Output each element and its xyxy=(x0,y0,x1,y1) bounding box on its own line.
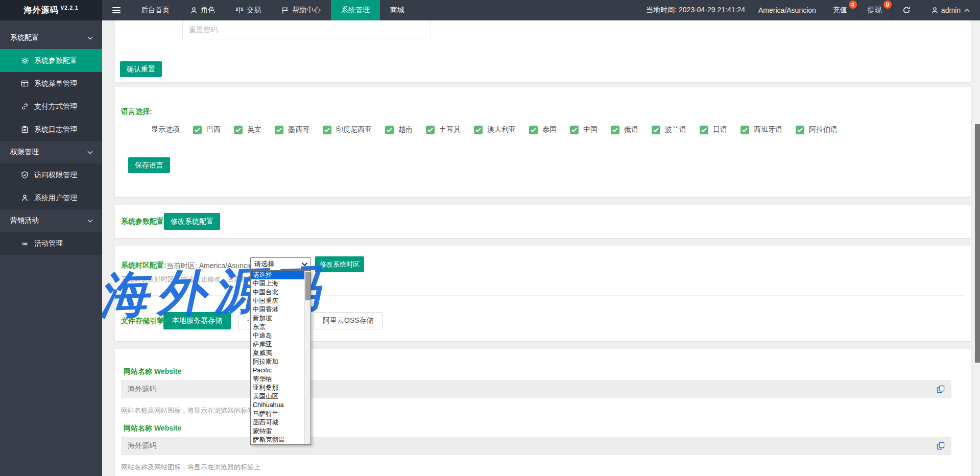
checkbox-checked-icon[interactable] xyxy=(570,126,579,134)
timezone-option[interactable]: 东京 xyxy=(251,323,304,331)
sidebar-item[interactable]: 支付方式管理 xyxy=(0,95,102,118)
timezone-option[interactable]: 马萨特兰 xyxy=(251,410,304,418)
timezone-hint: 开始前确认好时区，中途禁止修改，否则数据出错 xyxy=(121,275,267,284)
timezone-option[interactable]: Pacific xyxy=(251,366,304,375)
checkbox-checked-icon[interactable] xyxy=(740,126,749,134)
website-name-input[interactable]: 海外源码 xyxy=(121,380,951,398)
sidebar-item-label: 系统参数配置 xyxy=(34,56,77,65)
language-option: 波兰语 xyxy=(652,125,686,134)
sidebar-group-header-0[interactable]: 系统配置 xyxy=(0,27,102,49)
refresh-button[interactable] xyxy=(892,0,921,20)
checkbox-checked-icon[interactable] xyxy=(193,126,202,134)
hamburger-icon xyxy=(112,7,121,13)
sidebar-group-header-1[interactable]: 权限管理 xyxy=(0,141,102,163)
reset-password-input[interactable] xyxy=(182,20,431,39)
timezone-label: America/Asuncion xyxy=(752,0,823,20)
page-scrollbar-thumb[interactable] xyxy=(975,124,980,363)
user-menu[interactable]: admin xyxy=(921,0,980,20)
timezone-option[interactable]: 阿拉斯加 xyxy=(251,358,304,366)
timezone-option[interactable]: 新加坡 xyxy=(251,314,304,323)
infinity-icon: ∞ xyxy=(20,239,29,248)
confirm-reset-button[interactable]: 确认重置 xyxy=(120,61,162,77)
timezone-option[interactable]: 美国山区 xyxy=(251,392,304,401)
gear-icon xyxy=(20,56,29,65)
timezone-option[interactable]: 中途岛 xyxy=(251,331,304,340)
recharge-button[interactable]: 充值 4 xyxy=(823,0,857,20)
copy-icon[interactable] xyxy=(937,442,945,450)
sidebar-item[interactable]: 系统日志管理 xyxy=(0,118,102,141)
sidebar-item[interactable]: 系统参数配置 xyxy=(0,49,102,72)
language-options-row: 显示选项 巴西英文墨西哥印度尼西亚越南土耳其澳大利亚泰国中国俄语波兰语日语西班牙… xyxy=(151,125,838,134)
sidebar-item[interactable]: 系统用户管理 xyxy=(0,186,102,209)
website-name-input[interactable]: 海外源码 xyxy=(121,437,951,455)
nav-item-backend-home[interactable]: 后台首页 xyxy=(131,0,180,20)
checkbox-checked-icon[interactable] xyxy=(529,126,538,134)
checkbox-checked-icon[interactable] xyxy=(474,126,483,134)
copy-icon[interactable] xyxy=(937,385,945,393)
checkbox-checked-icon[interactable] xyxy=(426,126,435,134)
website-field-value: 海外源码 xyxy=(128,441,156,450)
withdraw-button[interactable]: 提现 0 xyxy=(857,0,892,20)
language-label: 泰国 xyxy=(542,125,557,134)
timezone-option[interactable]: 中国台北 xyxy=(251,288,304,297)
storage-option-button[interactable]: 阿里云OSS存储 xyxy=(314,312,383,329)
timezone-option[interactable]: Chihuahua xyxy=(251,401,304,410)
timezone-option[interactable]: 夏威夷 xyxy=(251,349,304,358)
sidebar-item[interactable]: 系统菜单管理 xyxy=(0,72,102,95)
chevron-down-icon xyxy=(87,151,93,154)
nav-item-role[interactable]: 角色 xyxy=(180,0,225,20)
timezone-select-value: 请选择 xyxy=(254,259,274,269)
timezone-option[interactable]: 中国重庆 xyxy=(251,297,304,305)
checkbox-checked-icon[interactable] xyxy=(652,126,660,134)
shield-check-icon xyxy=(20,171,29,179)
sidebar-item[interactable]: ∞活动管理 xyxy=(0,232,102,255)
timezone-select[interactable]: 请选择 xyxy=(250,257,310,271)
nav-item-system-management[interactable]: 系统管理 xyxy=(331,0,380,20)
language-checkboxes: 巴西英文墨西哥印度尼西亚越南土耳其澳大利亚泰国中国俄语波兰语日语西班牙语阿拉伯语 xyxy=(180,125,838,134)
dropdown-scrollbar[interactable] xyxy=(304,271,310,444)
language-label: 英文 xyxy=(247,125,261,134)
sidebar-group-header-2[interactable]: 营销活动 xyxy=(0,209,102,232)
timezone-option[interactable]: 蒙特雷 xyxy=(251,427,304,436)
modify-system-config-button[interactable]: 修改系统配置 xyxy=(164,213,220,230)
sidebar-item-label: 系统日志管理 xyxy=(34,125,77,134)
checkbox-checked-icon[interactable] xyxy=(611,126,619,134)
dropdown-scrollbar-thumb[interactable] xyxy=(305,272,310,300)
website-field-block: 网站名称 Website海外源码网站名称及网站图标，将显示在浏览器的标签上 xyxy=(121,367,951,415)
timezone-option[interactable]: 中国香港 xyxy=(251,305,304,314)
nav-item-label: 交易 xyxy=(247,6,261,15)
nav-right: 当地时间: 2023-04-29 21:41:24 America/Asunci… xyxy=(639,0,980,20)
nav-item-help-center[interactable]: 帮助中心 xyxy=(271,0,331,20)
storage-engine-label: 文件存储引擎: xyxy=(121,317,166,326)
timezone-option[interactable]: 亚利桑那 xyxy=(251,384,304,392)
modify-timezone-button[interactable]: 修改系统时区 xyxy=(315,256,364,272)
page-scrollbar[interactable] xyxy=(975,20,980,476)
website-field-label: 网站名称 Website xyxy=(124,424,951,433)
storage-option-button[interactable]: 本地服务器存储 xyxy=(163,312,231,329)
save-language-button[interactable]: 保存语言 xyxy=(128,157,170,173)
timezone-option[interactable]: 中国上海 xyxy=(251,279,304,288)
timezone-option[interactable]: 墨西哥城 xyxy=(251,418,304,427)
timezone-option[interactable]: 请选择 xyxy=(251,271,304,279)
checkbox-checked-icon[interactable] xyxy=(700,126,708,134)
language-label: 俄语 xyxy=(624,125,638,134)
timezone-option[interactable]: 萨斯克彻温 xyxy=(251,436,304,444)
nav-item-mall[interactable]: 商城 xyxy=(380,0,415,20)
checkbox-checked-icon[interactable] xyxy=(234,126,243,134)
checkbox-checked-icon[interactable] xyxy=(323,126,331,134)
chevron-up-icon xyxy=(964,9,970,12)
nav-items: 后台首页角色交易帮助中心系统管理商城 xyxy=(131,0,415,20)
timezone-option[interactable]: 蒂华纳 xyxy=(251,375,304,384)
checkbox-checked-icon[interactable] xyxy=(275,126,283,134)
language-section-label: 语言选择: xyxy=(121,107,152,116)
sidebar-item-label: 支付方式管理 xyxy=(34,102,77,111)
chevron-down-icon xyxy=(87,36,93,40)
checkbox-checked-icon[interactable] xyxy=(385,126,394,134)
recharge-badge: 4 xyxy=(849,1,857,9)
sidebar-toggle-button[interactable] xyxy=(102,0,131,20)
sidebar-item[interactable]: 访问权限管理 xyxy=(0,163,102,186)
user-avatar-icon xyxy=(931,7,939,14)
checkbox-checked-icon[interactable] xyxy=(796,126,804,134)
nav-item-trade[interactable]: 交易 xyxy=(225,0,271,20)
timezone-option[interactable]: 萨摩亚 xyxy=(251,340,304,349)
